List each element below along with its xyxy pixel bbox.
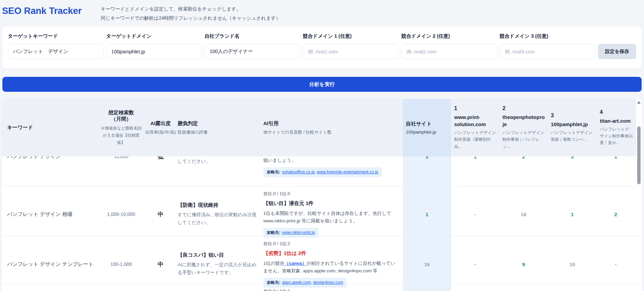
search-volume-cell: 10,000 xyxy=(99,156,144,186)
column-header-competitor-4: 4 titan-art.com パンフレットデザイン制作事例11選！見や... xyxy=(597,99,635,156)
target-site-link[interactable]: www.nikko-print.jp xyxy=(282,230,315,235)
field-target-domain: ターゲットドメイン xyxy=(106,33,202,59)
table-row: 自社:0 / 1位:1 xyxy=(2,284,642,291)
column-header-ai-exposure: AI露出度 出現率(低/中/高) xyxy=(144,120,178,135)
own-site-domain: 100pamphlet.jp xyxy=(406,130,451,135)
field-brand-name: 自社ブランド名 xyxy=(204,33,300,59)
rank-own-site: 16 xyxy=(403,236,451,291)
table-body: パンフレット デザイン 10,000 低 すでに獲得済み。順位の変動のみ注視して… xyxy=(2,156,642,291)
table-row: パンフレット デザイン 相場 1,000-10,000 中 【防衛】現状維持 す… xyxy=(2,186,642,236)
search-volume-note: ※地域名など固有名詞が入る場合【信頼度低】 xyxy=(99,125,144,146)
brand-name-input[interactable] xyxy=(204,44,300,59)
rank-competitor-4: 1 xyxy=(597,156,635,186)
quote-stats: 自社:0 / 1位:1 xyxy=(263,288,399,291)
field-target-keyword: ターゲットキーワード xyxy=(8,33,104,59)
rank-competitor-1 xyxy=(451,284,499,291)
table-row: パンフレット デザイン テンプレート 100-1,000 中 【良コスパ】狙い目… xyxy=(2,236,642,284)
target-site-link[interactable]: www.freestyle-entertainment.co.jp xyxy=(317,170,378,174)
rank-competitor-4: - xyxy=(597,236,635,291)
keyword-cell xyxy=(2,284,99,291)
settings-card: ターゲットキーワード ターゲットドメイン 自社ブランド名 競合ドメイン 1 (任… xyxy=(2,27,642,69)
rank-own-site: 3 xyxy=(403,156,451,186)
page-title: SEO Rank Tracker xyxy=(2,6,82,16)
keyword-cell: パンフレット デザイン テンプレート xyxy=(2,236,99,291)
target-keyword-label: ターゲットキーワード xyxy=(8,33,104,39)
save-settings-button[interactable]: 設定を保存 xyxy=(598,44,636,59)
run-analysis-button[interactable]: 分析を実行 xyxy=(2,77,642,92)
rank-competitor-1: - xyxy=(451,236,499,291)
column-header-verdict: 勝負判定 投資価値の評価 xyxy=(178,120,263,135)
verdict-cell: 【防衛】現状維持 すでに獲得済み。順位の変動のみ注視してください。 xyxy=(178,186,263,242)
verdict-cell: すでに獲得済み。順位の変動のみ注視してください。 xyxy=(178,156,263,186)
search-volume-cell xyxy=(99,284,144,291)
ai-exposure-cell xyxy=(144,284,178,291)
rank-competitor-3 xyxy=(548,284,597,291)
rank-competitor-2: 2 xyxy=(499,156,548,186)
rank-competitor-2 xyxy=(499,284,548,291)
quote-stats: 自社:0 / 1位:2 xyxy=(263,241,399,247)
ai-quote-cell: yohakuoffice.co.jp, www.freestyle-entert… xyxy=(263,156,403,186)
column-header-competitor-1: 1 www.print-solution.com パンフレットデザイン制作実績《… xyxy=(451,99,499,156)
verdict-cell xyxy=(178,284,263,291)
quote-inline-link[interactable]: （canva） xyxy=(284,261,307,266)
vertical-scrollbar[interactable] xyxy=(637,99,641,291)
column-header-ai-quote: AI引用 他サイトでの言及数 / 比較サイト数 xyxy=(263,120,403,135)
top-bar: SEO Rank Tracker キーワードとドメインを設定して、検索順位をチェ… xyxy=(0,0,644,27)
rank-competitor-3: 3 xyxy=(548,156,597,186)
rank-competitor-3: 1 xyxy=(548,186,597,242)
table-row: パンフレット デザイン 10,000 低 すでに獲得済み。順位の変動のみ注視して… xyxy=(2,156,642,186)
verdict-cell: 【良コスパ】狙い目 AIに邪魔されず、一定の流入が見込める手堅いキーワードです。 xyxy=(178,236,263,291)
target-domain-input[interactable] xyxy=(106,44,202,59)
rank-competitor-2: 9 xyxy=(499,236,548,291)
keyword-cell: パンフレット デザイン 相場 xyxy=(2,186,99,242)
target-site-link[interactable]: yohakuoffice.co.jp xyxy=(282,170,315,174)
rank-own-site: 1 xyxy=(403,186,451,242)
app-description: キーワードとドメインを設定して、検索順位をチェックします。 同じキーワードでの解… xyxy=(101,3,280,22)
ai-exposure-cell: 中 xyxy=(144,236,178,291)
column-header-keyword: キーワード xyxy=(2,124,99,131)
table-header-row: キーワード 想定検索数 （月間） ※地域名など固有名詞が入る場合【信頼度低】 A… xyxy=(2,99,636,156)
search-volume-cell: 100-1,000 xyxy=(99,236,144,291)
ai-exposure-cell: 中 xyxy=(144,186,178,242)
quote-title: 【劣勢】1位は 2件 xyxy=(263,250,399,257)
app-description-line1: キーワードとドメインを設定して、検索順位をチェックします。 xyxy=(101,4,280,14)
rank-competitor-4: 2 xyxy=(597,186,635,242)
rank-own-site xyxy=(403,284,451,291)
column-header-own-site: 自社サイト 100pamphlet.jp xyxy=(403,99,451,156)
rank-competitor-2: 16 xyxy=(499,186,548,242)
rank-competitor-1: - xyxy=(451,186,499,242)
column-header-search-volume: 想定検索数 （月間） ※地域名など固有名詞が入る場合【信頼度低】 xyxy=(99,109,144,146)
target-domain-label: ターゲットドメイン xyxy=(106,33,202,39)
column-header-competitor-2: 2 theopenphotoproje パンフレットデザイン制作事例｜パンフレッ… xyxy=(499,99,548,156)
ai-quote-cell: 自社:0 / 1位:1 xyxy=(263,284,403,291)
target-keyword-input[interactable] xyxy=(8,44,104,59)
rival-domain-1-label: 競合ドメイン 1 (任意) xyxy=(303,33,399,39)
app-description-line2: 同じキーワードでの解析は24時間リフレッシュされません（キャッシュされます） xyxy=(101,14,280,23)
quote-title: 【狙い目】潜在元 1件 xyxy=(263,200,399,207)
field-rival-domain-3: 競合ドメイン 3 (任意) xyxy=(500,33,596,59)
rival-domain-3-input[interactable] xyxy=(500,44,596,59)
ai-quote-cell: 自社:0 / 1位:0 【狙い目】潜在元 1件 1位も未開拓ですが、比較サイト自… xyxy=(263,186,403,242)
rank-competitor-1: 1 xyxy=(451,156,499,186)
keyword-cell: パンフレット デザイン xyxy=(2,156,99,186)
rank-competitor-4 xyxy=(597,284,635,291)
scrollbar-up-arrow-icon[interactable] xyxy=(637,101,641,104)
ai-quote-cell: 自社:0 / 1位:2 【劣勢】1位は 2件 1位の競合（canva）が紹介され… xyxy=(263,236,403,291)
rank-competitor-3: 16 xyxy=(548,236,597,291)
ai-exposure-cell: 低 xyxy=(144,156,178,186)
target-sites-chip: 攻略先:yohakuoffice.co.jp, www.freestyle-en… xyxy=(263,167,382,177)
rival-domain-3-label: 競合ドメイン 3 (任意) xyxy=(500,33,596,39)
scrollbar-thumb[interactable] xyxy=(637,126,641,184)
results-table: キーワード 想定検索数 （月間） ※地域名など固有名詞が入る場合【信頼度低】 A… xyxy=(2,99,642,291)
brand-name-label: 自社ブランド名 xyxy=(204,33,300,39)
rival-domain-2-label: 競合ドメイン 2 (任意) xyxy=(401,33,497,39)
rival-domain-2-input[interactable] xyxy=(401,44,497,59)
field-rival-domain-1: 競合ドメイン 1 (任意) xyxy=(303,33,399,59)
rival-domain-1-input[interactable] xyxy=(303,44,399,59)
field-rival-domain-2: 競合ドメイン 2 (任意) xyxy=(401,33,497,59)
quote-stats: 自社:0 / 1位:0 xyxy=(263,191,399,197)
column-header-competitor-3: 3 100pamphlet.jp パンフレットデザイン実績｜複数コンペ... xyxy=(548,99,597,156)
search-volume-cell: 1,000-10,000 xyxy=(99,186,144,242)
